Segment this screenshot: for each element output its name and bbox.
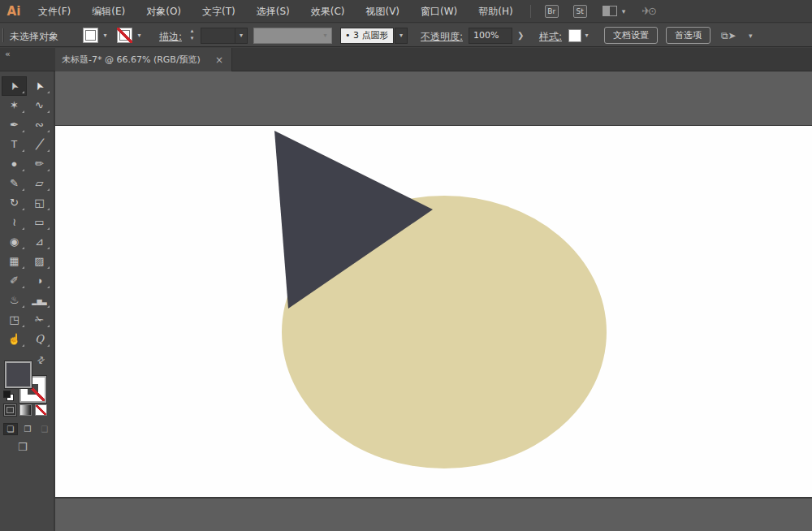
type-tool-icon: T xyxy=(11,138,18,150)
menu-item-select[interactable]: 选择(S) xyxy=(246,6,300,17)
document-tab[interactable]: 未标题-7* @ 66.67% (RGB/预览) × xyxy=(55,48,232,71)
stroke-panel-link[interactable]: 描边: xyxy=(159,30,182,44)
drawing-modes-row: ❏❐❑ xyxy=(3,423,52,435)
selection-status: 未选择对象 xyxy=(10,30,58,44)
menu-item-help[interactable]: 帮助(H) xyxy=(468,6,523,17)
menu-bar: Ai 文件(F)编辑(E)对象(O)文字(T)选择(S)效果(C)视图(V)窗口… xyxy=(0,0,812,23)
pen-tool-icon: ✒ xyxy=(10,119,19,131)
lasso-tool-icon: ∿ xyxy=(35,99,44,111)
brush-definition-field[interactable]: • 3 点圆形 xyxy=(340,28,394,44)
direct-selection-tool[interactable]: ➤ xyxy=(27,76,52,96)
lasso-tool[interactable]: ∿ xyxy=(27,96,52,115)
fill-chevron-icon[interactable]: ▾ xyxy=(100,28,110,43)
eraser-tool[interactable]: ▱ xyxy=(27,174,52,193)
mesh-tool[interactable]: ▦ xyxy=(2,252,27,271)
stroke-color-swatch[interactable] xyxy=(117,28,132,43)
menu-item-view[interactable]: 视图(V) xyxy=(355,6,410,17)
workspace-switcher-icon[interactable] xyxy=(603,6,617,16)
none-slash-icon xyxy=(117,28,132,43)
none-button[interactable] xyxy=(35,404,47,416)
symbol-sprayer-tool-icon: ♨ xyxy=(10,294,19,306)
scale-tool-icon: ◱ xyxy=(34,196,44,209)
document-tab-title: 未标题-7* @ 66.67% (RGB/预览) xyxy=(62,54,201,66)
fill-indicator[interactable] xyxy=(5,361,32,388)
free-transform-tool[interactable]: ▭ xyxy=(27,213,52,232)
symbol-sprayer-tool[interactable]: ♨ xyxy=(2,291,27,310)
menu-item-file[interactable]: 文件(F) xyxy=(28,6,81,17)
slice-tool[interactable]: ✁ xyxy=(27,310,52,330)
draw-normal-button[interactable]: ❏ xyxy=(3,423,18,435)
opacity-panel-link[interactable]: 不透明度: xyxy=(421,30,463,44)
ellipse-tool-icon: ● xyxy=(11,158,18,170)
stroke-weight-stepper[interactable]: ▴ ▾ xyxy=(187,28,197,44)
artboard-tool[interactable]: ◳ xyxy=(2,310,27,330)
menubar-divider xyxy=(530,5,531,18)
pencil-tool-icon: ✎ xyxy=(10,177,19,189)
blend-tool-icon: ◑ xyxy=(37,274,43,287)
menu-item-effect[interactable]: 效果(C) xyxy=(300,6,356,17)
style-chevron-icon[interactable]: ▾ xyxy=(581,28,592,43)
color-type-row xyxy=(4,404,47,416)
zoom-tool[interactable]: Q xyxy=(27,330,52,349)
cs-live-icon[interactable]: ✈⊙ xyxy=(641,5,654,17)
stroke-chevron-icon[interactable]: ▾ xyxy=(134,28,145,43)
draw-behind-button[interactable]: ❐ xyxy=(20,423,35,435)
pencil-tool[interactable]: ✎ xyxy=(2,174,27,193)
preferences-button[interactable]: 首选项 xyxy=(666,27,710,44)
stepper-down-icon[interactable]: ▾ xyxy=(187,35,197,42)
menu-item-window[interactable]: 窗口(W) xyxy=(410,6,468,17)
line-segment-tool-icon: ╱ xyxy=(35,135,44,155)
blend-tool[interactable]: ◑ xyxy=(27,271,52,291)
magic-wand-tool[interactable]: ✶ xyxy=(2,96,27,115)
fill-color-swatch[interactable] xyxy=(83,28,98,43)
width-tool[interactable]: ≀ xyxy=(2,213,27,232)
stroke-weight-select[interactable]: ▾ xyxy=(201,28,248,44)
workspace-chevron-icon[interactable]: ▾ xyxy=(617,7,631,15)
selection-tool-icon: ➤ xyxy=(3,78,24,94)
free-transform-tool-icon: ▭ xyxy=(34,216,44,228)
arrange-documents-icon[interactable]: ⧉➤ xyxy=(721,30,736,41)
brush-chevron-icon[interactable]: ▾ xyxy=(395,28,408,44)
shape-builder-tool-icon: ◉ xyxy=(10,235,19,248)
menu-item-type[interactable]: 文字(T) xyxy=(192,6,246,17)
draw-inside-button[interactable]: ❑ xyxy=(37,423,52,435)
swap-fill-stroke-icon[interactable]: ⇄ xyxy=(35,354,47,367)
bridge-button[interactable]: Br xyxy=(545,5,559,18)
rotate-tool-icon: ↻ xyxy=(10,196,19,209)
stock-button[interactable]: St xyxy=(573,5,587,18)
eyedropper-tool[interactable]: ✐ xyxy=(2,271,27,291)
line-segment-tool[interactable]: ╱ xyxy=(27,135,52,154)
menu-item-object[interactable]: 对象(O) xyxy=(136,6,192,17)
profile-chevron-icon: ▾ xyxy=(319,28,331,43)
fill-stroke-cluster: ⇄ ❏❐❑ ❒ xyxy=(0,355,55,525)
rotate-tool[interactable]: ↻ xyxy=(2,193,27,213)
stepper-up-icon[interactable]: ▴ xyxy=(187,28,197,35)
default-fill-stroke-icon[interactable] xyxy=(3,391,15,402)
opacity-arrow-icon[interactable]: ❯ xyxy=(517,31,524,40)
perspective-grid-tool[interactable]: ⊿ xyxy=(27,232,52,252)
artwork-layer[interactable] xyxy=(55,71,812,531)
tab-close-icon[interactable]: × xyxy=(214,54,225,66)
gradient-tool[interactable]: ▨ xyxy=(27,252,52,271)
gradient-button[interactable] xyxy=(19,404,32,416)
blob-brush-tool[interactable]: ∾ xyxy=(27,115,52,135)
shape-builder-tool[interactable]: ◉ xyxy=(2,232,27,252)
style-swatch[interactable] xyxy=(568,29,581,42)
screen-mode-button[interactable]: ❒ xyxy=(18,441,28,453)
arrange-chevron-icon[interactable]: ▾ xyxy=(744,32,758,40)
opacity-input[interactable]: 100% xyxy=(469,28,512,44)
selection-tool[interactable]: ➤ xyxy=(2,76,27,96)
type-tool[interactable]: T xyxy=(2,135,27,154)
column-graph-tool[interactable]: ▂▆▃ xyxy=(27,291,52,310)
document-setup-button[interactable]: 文档设置 xyxy=(604,27,658,44)
style-panel-link[interactable]: 样式: xyxy=(539,30,562,44)
toolbar-collapse-icon[interactable]: « xyxy=(5,49,10,59)
color-button[interactable] xyxy=(4,404,16,416)
menu-item-edit[interactable]: 编辑(E) xyxy=(81,6,136,17)
paintbrush-tool[interactable]: ✏ xyxy=(27,154,52,174)
pen-tool[interactable]: ✒ xyxy=(2,115,27,135)
ellipse-tool[interactable]: ● xyxy=(2,154,27,174)
hand-tool[interactable]: ☝ xyxy=(2,330,27,349)
canvas-pasteboard[interactable] xyxy=(55,71,812,531)
scale-tool[interactable]: ◱ xyxy=(27,193,52,213)
